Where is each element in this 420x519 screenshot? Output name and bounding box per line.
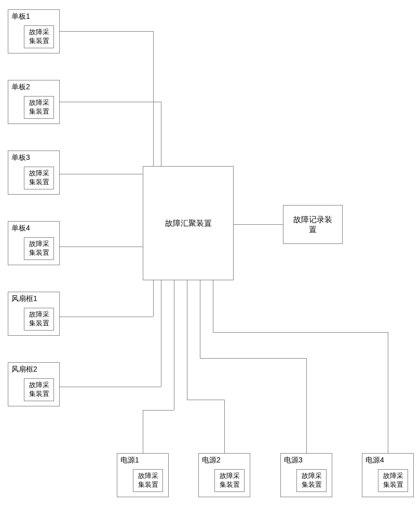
unit-power-3: 电源3 故障采 集装置 bbox=[280, 453, 332, 497]
connector bbox=[60, 247, 143, 247]
unit-title: 电源4 bbox=[365, 456, 384, 465]
connector bbox=[60, 387, 161, 387]
aggregator-label: 故障汇聚装置 bbox=[165, 218, 212, 228]
connector bbox=[153, 280, 154, 317]
connector bbox=[200, 358, 306, 359]
connector bbox=[388, 332, 388, 453]
connector bbox=[213, 332, 388, 333]
unit-title: 风扇框1 bbox=[11, 294, 37, 304]
unit-title: 电源3 bbox=[284, 456, 303, 465]
connector bbox=[187, 400, 224, 400]
connector bbox=[200, 280, 200, 358]
connector bbox=[224, 400, 225, 453]
connector bbox=[161, 102, 161, 166]
unit-title: 电源2 bbox=[202, 456, 221, 465]
fault-collector-label: 故障采 集装置 bbox=[29, 381, 49, 398]
connector bbox=[234, 224, 283, 225]
connector bbox=[60, 31, 153, 32]
fault-collector: 故障采 集装置 bbox=[133, 469, 163, 492]
fault-collector: 故障采 集装置 bbox=[214, 469, 245, 492]
connector bbox=[143, 410, 143, 453]
fault-collector: 故障采 集装置 bbox=[24, 25, 54, 48]
connector bbox=[213, 280, 213, 332]
fault-collector: 故障采 集装置 bbox=[378, 469, 408, 492]
unit-title: 单板1 bbox=[11, 12, 30, 21]
connector bbox=[161, 280, 161, 387]
unit-board-3: 单板3 故障采 集装置 bbox=[8, 151, 60, 195]
unit-title: 单板3 bbox=[11, 153, 30, 162]
fault-collector: 故障采 集装置 bbox=[24, 378, 54, 401]
fault-collector-label: 故障采 集装置 bbox=[302, 472, 322, 488]
fault-collector-label: 故障采 集装置 bbox=[383, 472, 403, 488]
fault-collector-label: 故障采 集装置 bbox=[29, 169, 49, 186]
fault-collector: 故障采 集装置 bbox=[24, 96, 54, 119]
fault-collector-label: 故障采 集装置 bbox=[220, 472, 240, 488]
connector bbox=[60, 317, 153, 317]
connector bbox=[143, 410, 174, 411]
unit-fan-2: 风扇框2 故障采 集装置 bbox=[8, 362, 60, 406]
fault-collector-label: 故障采 集装置 bbox=[29, 28, 49, 45]
fault-collector: 故障采 集装置 bbox=[24, 237, 54, 260]
unit-title: 单板2 bbox=[11, 83, 30, 92]
unit-power-2: 电源2 故障采 集装置 bbox=[198, 453, 250, 497]
connector bbox=[306, 358, 307, 453]
unit-power-4: 电源4 故障采 集装置 bbox=[362, 453, 414, 497]
fault-collector-label: 故障采 集装置 bbox=[138, 472, 158, 488]
unit-power-1: 电源1 故障采 集装置 bbox=[117, 453, 169, 497]
unit-board-4: 单板4 故障采 集装置 bbox=[8, 221, 60, 265]
recorder-label: 故障记录装 置 bbox=[293, 215, 332, 235]
unit-board-2: 单板2 故障采 集装置 bbox=[8, 80, 60, 124]
connector bbox=[174, 280, 174, 410]
connector bbox=[187, 280, 187, 400]
unit-title: 风扇框2 bbox=[11, 365, 37, 374]
fault-collector-label: 故障采 集装置 bbox=[29, 240, 49, 256]
unit-fan-1: 风扇框1 故障采 集装置 bbox=[8, 292, 60, 336]
fault-collector-label: 故障采 集装置 bbox=[29, 99, 49, 115]
connector bbox=[60, 174, 143, 174]
fault-collector-label: 故障采 集装置 bbox=[29, 310, 49, 327]
fault-collector: 故障采 集装置 bbox=[24, 308, 54, 331]
fault-collector: 故障采 集装置 bbox=[296, 469, 327, 492]
connector bbox=[153, 31, 154, 166]
connector bbox=[60, 102, 161, 102]
fault-aggregator: 故障汇聚装置 bbox=[143, 166, 234, 280]
unit-title: 电源1 bbox=[120, 456, 139, 465]
fault-collector: 故障采 集装置 bbox=[24, 167, 54, 189]
unit-board-1: 单板1 故障采 集装置 bbox=[8, 9, 60, 53]
unit-title: 单板4 bbox=[11, 224, 30, 233]
fault-recorder: 故障记录装 置 bbox=[283, 205, 343, 244]
